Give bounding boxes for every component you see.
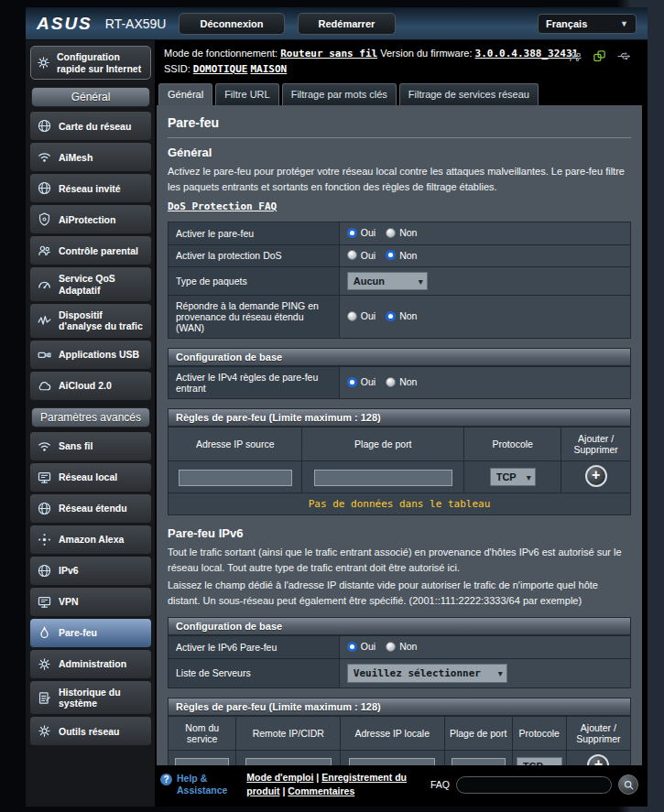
ssid-link-2[interactable]: MAISON — [250, 63, 287, 75]
enable-firewall-label: Activer le pare-feu — [169, 222, 340, 245]
vpn-icon — [37, 594, 52, 610]
sidebar-item-controle-parental[interactable]: Contrôle parental — [30, 236, 151, 265]
sidebar-item-aicloud[interactable]: AiCloud 2.0 — [30, 372, 151, 400]
ipv6-protocol-select[interactable]: TCP — [517, 757, 562, 765]
enable-dos-radio-group: Oui Non — [347, 250, 428, 261]
radio-oui[interactable] — [347, 642, 357, 652]
usb-status-icon[interactable] — [615, 49, 631, 64]
status-icons — [568, 49, 631, 64]
radio-non[interactable] — [386, 642, 396, 652]
firmware-version-link[interactable]: 3.0.0.4.388_32431 — [475, 48, 579, 60]
table-row: Liste de Serveurs Veuillez sélectionner — [169, 658, 631, 687]
dos-protection-faq-link[interactable]: DoS Protection FAQ — [168, 200, 277, 212]
sidebar-item-amazon-alexa[interactable]: Amazon Alexa — [30, 525, 151, 554]
sidebar-item-label: Administration — [59, 658, 126, 669]
table-row: Activer le IPv6 Pare-feu Oui Non — [169, 636, 631, 659]
sidebar-item-qos-adaptatif[interactable]: Service QoS Adaptatif — [30, 267, 151, 301]
sidebar-item-label: Service QoS Adaptatif — [59, 273, 148, 296]
firmware-label: Version du firmware: — [380, 48, 472, 59]
service-name-input[interactable] — [175, 758, 229, 765]
sidebar-item-reseau-invite[interactable]: Réseau invité — [30, 174, 151, 202]
sidebar-item-reseau-local[interactable]: Réseau local — [30, 463, 151, 492]
sidebar-item-ipv6[interactable]: IPv6 — [30, 557, 151, 585]
sidebar-item-reseau-etendu[interactable]: Réseau étendu — [30, 494, 151, 523]
port-range-input[interactable] — [314, 470, 452, 486]
sidebar-item-aiprotection[interactable]: AiProtection — [30, 205, 151, 233]
radio-oui[interactable] — [347, 311, 357, 321]
tab-filtrage-mots-cles[interactable]: Filtrage par mots clés — [282, 83, 397, 105]
no-data-row: Pas de données dans le tableau — [169, 493, 631, 515]
ipv4-inbound-rules-label: Activer le IPv4 règles de pare-feu entra… — [169, 367, 340, 399]
radio-non-label: Non — [399, 227, 417, 238]
radio-non[interactable] — [386, 377, 396, 387]
mode-value-link[interactable]: Routeur sans fil — [280, 48, 377, 60]
sidebar-item-label: Sans fil — [59, 440, 93, 451]
local-ip-input[interactable] — [349, 758, 435, 765]
ssid-link-1[interactable]: DOMOTIQUE — [193, 63, 248, 75]
sidebar-item-analyse-trafic[interactable]: Dispositif d'analyse du trafic — [30, 304, 151, 338]
feedback-link[interactable]: Commentaires — [288, 785, 354, 796]
language-selector[interactable]: Français ▼ — [538, 14, 637, 34]
tab-general[interactable]: Général — [158, 83, 212, 105]
remote-ip-input[interactable] — [245, 758, 332, 765]
faq-search-button[interactable] — [618, 774, 638, 795]
sidebar-item-applications-usb[interactable]: Applications USB — [30, 341, 151, 369]
table-row: Activer le IPv4 règles de pare-feu entra… — [169, 367, 631, 399]
tab-filtre-url[interactable]: Filtre URL — [215, 83, 279, 105]
ipv6-icon — [37, 563, 52, 579]
sidebar-item-aimesh[interactable]: AiMesh — [30, 143, 151, 171]
sidebar-item-sans-fil[interactable]: Sans fil — [30, 432, 151, 460]
ipv4-rules-table: Adresse IP source Plage de port Protocol… — [168, 427, 631, 515]
language-value: Français — [546, 18, 587, 29]
ping-wan-label: Répondre à la demande PING en provenance… — [169, 296, 340, 339]
radio-non[interactable] — [386, 311, 396, 321]
ipv6-rules-header: Règles de pare-feu (Limite maximum : 128… — [168, 698, 631, 716]
sidebar-item-label: AiProtection — [59, 214, 115, 225]
quick-internet-setup-button[interactable]: Configuration rapide sur Internet — [30, 46, 151, 80]
title-bar: ASUS RT-AX59U Déconnexion Redémarrer Fra… — [26, 7, 648, 40]
add-ipv4-rule-button[interactable] — [585, 465, 607, 487]
sidebar-item-vpn[interactable]: VPN — [30, 588, 151, 616]
sidebar-item-label: AiMesh — [59, 152, 93, 163]
tab-filtrage-services-reseau[interactable]: Filtrage de services réseau — [399, 83, 539, 105]
radio-non[interactable] — [386, 250, 396, 260]
sidebar-item-outils-reseau[interactable]: Outils réseau — [30, 717, 151, 745]
router-admin-page: ASUS RT-AX59U Déconnexion Redémarrer Fra… — [0, 0, 664, 812]
help-assistance-link[interactable]: Help & Assistance — [160, 773, 235, 796]
server-list-select-wrap: Veuillez sélectionner — [347, 664, 507, 683]
faq-search-input[interactable] — [456, 776, 612, 794]
sidebar-item-label: Amazon Alexa — [59, 534, 124, 545]
usb-icon — [37, 347, 52, 363]
sidebar-item-label: Outils réseau — [59, 726, 120, 737]
router-model: RT-AX59U — [105, 16, 167, 31]
logout-button[interactable]: Déconnexion — [179, 13, 284, 35]
add-ipv6-rule-button[interactable] — [587, 754, 609, 765]
col-add-delete: Ajouter / Supprimer — [566, 716, 630, 750]
col-service-name: Nom du service — [169, 716, 236, 750]
radio-oui[interactable] — [347, 250, 357, 260]
sidebar-item-carte-du-reseau[interactable]: Carte du réseau — [30, 112, 151, 140]
system-log-icon — [37, 690, 52, 706]
source-ip-input[interactable] — [179, 470, 292, 486]
traffic-analyzer-icon — [37, 313, 52, 329]
rule-input-row: TCP — [169, 461, 631, 493]
rule-input-row: TCP — [169, 750, 631, 765]
sidebar-section-advanced: Paramètres avancés — [31, 407, 150, 428]
sidebar-item-historique-systeme[interactable]: Historique du système — [30, 681, 151, 715]
sidebar-item-administration[interactable]: Administration — [30, 650, 151, 678]
clients-status-icon[interactable] — [568, 49, 583, 64]
reboot-button[interactable]: Redémarrer — [298, 13, 397, 35]
port-range-input[interactable] — [452, 758, 506, 765]
sidebar-item-pare-feu[interactable]: Pare-feu — [30, 619, 151, 647]
radio-oui[interactable] — [347, 228, 357, 238]
packet-type-select[interactable]: Aucun — [347, 272, 428, 290]
server-list-select[interactable]: Veuillez sélectionner — [347, 664, 507, 683]
firewall-flame-icon — [37, 625, 52, 641]
mode-line: Mode de fonctionnement: Routeur sans fil… — [164, 46, 635, 61]
radio-non[interactable] — [386, 228, 396, 238]
network-status-icon[interactable] — [592, 49, 607, 64]
protocol-select[interactable]: TCP — [490, 468, 536, 486]
ipv4-inbound-radio-group: Oui Non — [347, 376, 428, 387]
radio-oui[interactable] — [347, 377, 357, 387]
manual-link[interactable]: Mode d'emploi — [246, 772, 313, 783]
